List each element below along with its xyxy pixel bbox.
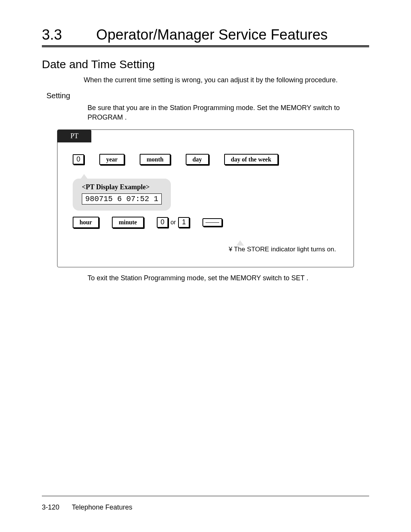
store-note-text: ¥ The STORE indicator light turns on.: [229, 246, 338, 253]
day-of-week-box: day of the week: [224, 154, 278, 165]
footer-rule: [42, 496, 369, 496]
diagram-row-1: 0 year month day day of the week: [73, 154, 338, 165]
day-box: day: [186, 154, 209, 165]
key-0b-button: 0: [157, 217, 168, 228]
example-lcd-text: 980715 6 07:52 1: [82, 193, 162, 204]
section-number: 3.3: [42, 27, 62, 43]
triangle-up-icon: [236, 240, 244, 246]
key-0-button: 0: [73, 154, 84, 165]
store-button-icon: [202, 218, 222, 227]
page-footer: 3-120 Telephone Features: [42, 503, 132, 511]
intro-text: When the current time setting is wrong, …: [84, 75, 369, 85]
setting-instruction: Be sure that you are in the Station Prog…: [88, 103, 369, 122]
section-title: Operator/Manager Service Features: [96, 27, 328, 43]
exit-instruction: To exit the Station Programming mode, se…: [88, 274, 369, 282]
triangle-up-icon: [80, 174, 88, 179]
subheading: Date and Time Setting: [42, 58, 369, 71]
or-text: or: [170, 219, 176, 226]
minute-box: minute: [112, 217, 144, 228]
year-box: year: [99, 154, 124, 165]
example-title: <PT Display Example>: [82, 183, 162, 191]
pt-display-example: <PT Display Example> 980715 6 07:52 1: [73, 179, 171, 211]
page-number: 3-120: [42, 503, 59, 511]
setting-label: Setting: [46, 91, 369, 100]
procedure-diagram: PT 0 year month day day of the week <PT …: [57, 129, 354, 267]
hour-box: hour: [73, 217, 99, 228]
document-page: 3.3 Operator/Manager Service Features Da…: [0, 0, 411, 532]
section-header: 3.3 Operator/Manager Service Features: [42, 27, 369, 47]
zero-or-one-group: 0 or 1: [157, 217, 190, 228]
key-1-button: 1: [178, 217, 190, 228]
diagram-body: 0 year month day day of the week <PT Dis…: [57, 142, 354, 253]
store-note-area: ¥ The STORE indicator light turns on.: [73, 246, 338, 253]
footer-section-title: Telephone Features: [72, 503, 132, 511]
month-box: month: [140, 154, 170, 165]
diagram-row-2: hour minute 0 or 1: [73, 217, 338, 228]
diagram-badge: PT: [57, 130, 91, 142]
